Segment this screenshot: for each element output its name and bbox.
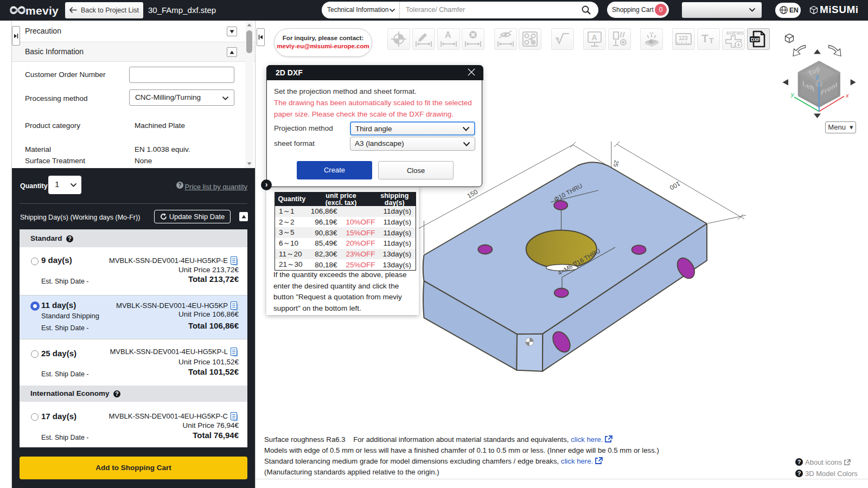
svg-text:y: y [790, 91, 795, 98]
svg-text:25: 25 [612, 160, 620, 168]
svg-text:T: T [701, 32, 709, 44]
svg-text:meviy: meviy [25, 4, 59, 17]
svg-text:T: T [709, 36, 714, 45]
svg-text:A: A [592, 33, 597, 42]
svg-text:A: A [445, 30, 451, 40]
svg-text:100: 100 [668, 179, 682, 191]
svg-text:150: 150 [466, 188, 480, 200]
svg-text:DXF: DXF [751, 37, 760, 42]
svg-text:A: A [648, 39, 653, 45]
svg-text:123: 123 [679, 35, 688, 41]
svg-text:x: x [845, 92, 849, 99]
svg-text:6VIEWS: 6VIEWS [726, 30, 744, 36]
svg-text:z: z [815, 73, 819, 81]
